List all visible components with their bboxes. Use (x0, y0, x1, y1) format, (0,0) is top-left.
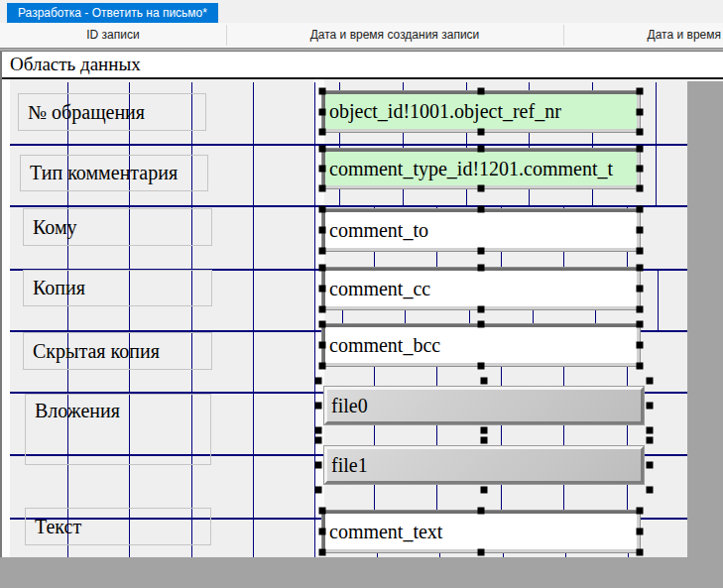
selection-handle[interactable] (319, 129, 326, 136)
selection-handle[interactable] (637, 508, 644, 515)
grid-line-vertical (253, 82, 254, 144)
selection-handle[interactable] (481, 487, 488, 494)
grid-line-vertical (314, 82, 315, 144)
selection-handle[interactable] (637, 227, 644, 234)
field-label-box[interactable]: № обращения (18, 93, 206, 131)
selection-handle[interactable] (319, 265, 326, 272)
form-field-comment_type_id_1201_comment_t[interactable]: comment_type_id!1201.comment_t (322, 149, 640, 188)
tab-development[interactable]: Разработка - Ответить на письмо* (7, 3, 218, 23)
grid-line-vertical (314, 520, 315, 557)
selection-handle[interactable] (319, 248, 326, 255)
selection-handle[interactable] (478, 146, 485, 153)
form-field-file1[interactable]: file1 (324, 446, 644, 484)
form-field-comment_to[interactable]: comment_to (322, 209, 640, 251)
selection-handle[interactable] (315, 462, 322, 469)
selection-handle[interactable] (637, 549, 644, 556)
grid-line-vertical (658, 271, 659, 330)
selection-handle[interactable] (637, 529, 644, 535)
grid-line-vertical (314, 207, 315, 269)
selection-handle[interactable] (319, 206, 326, 213)
selection-handle[interactable] (637, 206, 644, 213)
selection-handle[interactable] (478, 508, 485, 515)
selection-handle[interactable] (647, 462, 654, 469)
selection-handle[interactable] (315, 437, 322, 444)
column-divider (226, 25, 227, 46)
selection-handle[interactable] (637, 248, 644, 255)
form-field-file0[interactable]: file0 (324, 387, 644, 424)
selection-handle[interactable] (478, 206, 485, 213)
grid-line-vertical (253, 456, 254, 518)
selection-handle[interactable] (319, 286, 326, 293)
selection-handle[interactable] (637, 88, 644, 95)
selection-handle[interactable] (319, 508, 326, 515)
selection-handle[interactable] (647, 487, 654, 494)
selection-handle[interactable] (478, 265, 485, 272)
selection-handle[interactable] (319, 321, 326, 328)
selection-handle[interactable] (315, 403, 322, 410)
field-label-box[interactable]: Вложения (25, 394, 211, 465)
selection-handle[interactable] (319, 108, 326, 115)
selection-handle[interactable] (637, 108, 644, 115)
column-header-datetime[interactable]: Дата и время (563, 23, 723, 48)
selection-handle[interactable] (478, 321, 485, 328)
selection-handle[interactable] (637, 363, 644, 370)
selection-handle[interactable] (637, 306, 644, 313)
selection-handle[interactable] (478, 306, 485, 313)
selection-handle[interactable] (319, 529, 326, 535)
column-header-created-datetime[interactable]: Дата и время создания записи (226, 23, 563, 48)
selection-handle[interactable] (481, 378, 488, 385)
grid-line-vertical (656, 82, 657, 144)
form-field-object_id_1001_object_ref_nr[interactable]: object_id!1001.object_ref_nr (322, 91, 640, 132)
field-label-box[interactable]: Кому (23, 208, 212, 246)
selection-handle[interactable] (481, 427, 488, 434)
canvas-bottom-margin (0, 557, 723, 588)
section-header-data-area[interactable]: Область данных (0, 51, 723, 79)
selection-handle[interactable] (637, 185, 644, 192)
selection-handle[interactable] (478, 363, 485, 370)
selection-handle[interactable] (319, 146, 326, 153)
selection-handle[interactable] (319, 549, 326, 556)
selection-handle[interactable] (647, 427, 654, 434)
grid-line-vertical (314, 271, 315, 330)
selection-handle[interactable] (319, 363, 326, 370)
field-label-box[interactable]: Скрытая копия (23, 332, 212, 370)
selection-handle[interactable] (319, 306, 326, 313)
grid-line-vertical (656, 146, 657, 205)
selection-handle[interactable] (319, 185, 326, 192)
selection-handle[interactable] (315, 427, 322, 434)
selection-handle[interactable] (637, 321, 644, 328)
form-field-comment_cc[interactable]: comment_cc (322, 268, 640, 309)
selection-handle[interactable] (319, 88, 326, 95)
selection-handle[interactable] (319, 342, 326, 349)
selection-handle[interactable] (637, 129, 644, 136)
selection-handle[interactable] (315, 378, 322, 385)
selection-handle[interactable] (637, 166, 644, 173)
selection-handle[interactable] (637, 146, 644, 153)
form-designer-window: Разработка - Ответить на письмо* ID запи… (0, 0, 723, 588)
form-field-comment_bcc[interactable]: comment_bcc (322, 324, 640, 366)
selection-handle[interactable] (319, 166, 326, 173)
selection-handle[interactable] (481, 437, 488, 444)
selection-handle[interactable] (478, 549, 485, 556)
selection-handle[interactable] (637, 286, 644, 293)
selection-handle[interactable] (319, 227, 326, 234)
selection-handle[interactable] (478, 185, 485, 192)
selection-handle[interactable] (647, 403, 654, 410)
grid-line-vertical (253, 271, 254, 330)
field-label-box[interactable]: Тип комментария (20, 155, 208, 191)
form-field-comment_text[interactable]: comment_text (322, 511, 640, 552)
selection-handle[interactable] (315, 487, 322, 494)
selection-handle[interactable] (637, 265, 644, 272)
grid-line-vertical (253, 520, 254, 557)
grid-line-vertical (253, 146, 254, 205)
selection-handle[interactable] (637, 342, 644, 349)
field-label-box[interactable]: Текст (25, 508, 211, 545)
selection-handle[interactable] (478, 129, 485, 136)
column-divider (563, 25, 564, 46)
selection-handle[interactable] (647, 378, 654, 385)
field-label-box[interactable]: Копия (23, 270, 212, 306)
column-header-record-id[interactable]: ID записи (0, 23, 226, 48)
selection-handle[interactable] (647, 437, 654, 444)
selection-handle[interactable] (478, 88, 485, 95)
selection-handle[interactable] (478, 248, 485, 255)
